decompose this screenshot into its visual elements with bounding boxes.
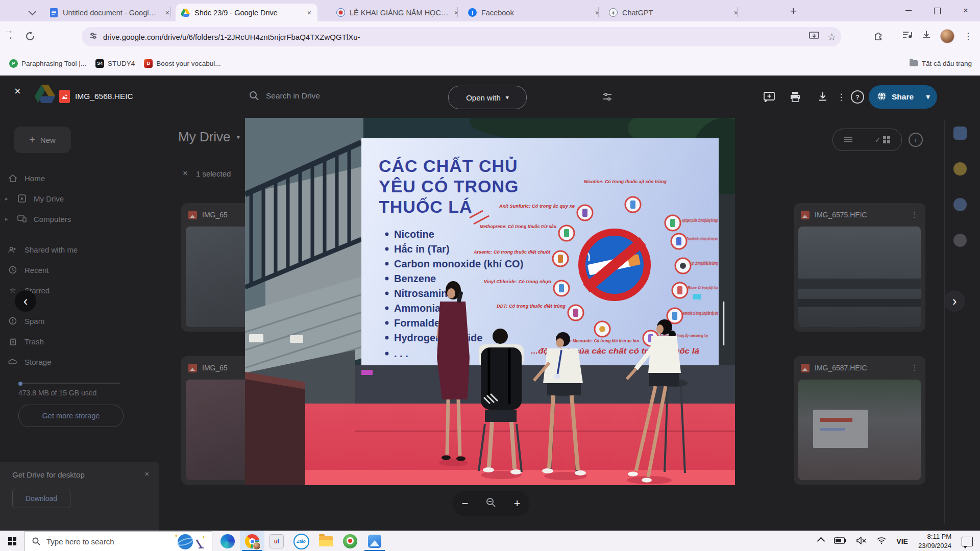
tab-chatgpt[interactable]: ✳ ChatGPT × — [603, 4, 744, 21]
search-filter-icon[interactable] — [596, 86, 619, 108]
sidebar-item-spam[interactable]: Spam — [8, 311, 131, 331]
install-app-icon[interactable] — [809, 31, 819, 42]
photo-preview[interactable]: CÁC CHẤT CHỦ YÊU CÓ TRONG THUỐC LÁ Nicot… — [245, 118, 735, 485]
previous-image-button[interactable]: ‹ — [15, 290, 36, 312]
sidebar-item-recent[interactable]: Recent — [8, 260, 131, 280]
taskbar-photos-active[interactable] — [362, 531, 387, 551]
file-card[interactable]: IMG_6587.HEIC ⋮ — [794, 356, 925, 485]
all-bookmarks-button[interactable]: Tất cả dấu trang — [910, 60, 972, 67]
site-info-icon[interactable] — [89, 31, 98, 42]
language-indicator[interactable]: VIE — [896, 537, 908, 545]
add-comment-icon[interactable] — [758, 86, 780, 108]
taskbar-explorer[interactable] — [313, 531, 338, 551]
new-tab-button[interactable]: + — [790, 5, 797, 18]
drive-new-button[interactable]: + New — [14, 127, 71, 153]
svg-text:Benzene: Benzene — [394, 273, 436, 284]
volume-muted-icon[interactable] — [856, 537, 867, 546]
network-icon[interactable] — [877, 537, 886, 546]
tab-close-icon[interactable]: × — [453, 8, 459, 17]
zoom-in-button[interactable]: + — [514, 497, 521, 510]
svg-text:Ammonia: Ammonia — [394, 303, 441, 314]
bookmark-star-icon[interactable]: ☆ — [827, 31, 836, 43]
clock[interactable]: 8:11 PM 23/09/2024 — [918, 532, 951, 550]
tab-school[interactable]: LỄ KHAI GIẢNG NĂM HỌC MỚI × — [331, 4, 464, 21]
vocab-icon: B — [144, 59, 153, 68]
forward-button[interactable]: → — [0, 21, 17, 39]
bookmark-study4[interactable]: S4 STUDY4 — [95, 59, 135, 68]
sidebar-item-computers[interactable]: ▸ Computers — [8, 209, 131, 229]
share-caret-button[interactable]: ▾ — [919, 92, 937, 102]
print-icon[interactable] — [784, 86, 806, 108]
sidebar-item-home[interactable]: Home — [8, 168, 131, 188]
sidebar-item-shared[interactable]: Shared with me — [8, 239, 131, 260]
expander-icon[interactable]: ▸ — [5, 195, 10, 202]
next-image-button[interactable]: › — [944, 290, 965, 312]
toast-close-icon[interactable]: × — [144, 469, 149, 478]
sidebar-item-storage[interactable]: Storage — [8, 352, 131, 372]
tray-date: 23/09/2024 — [918, 541, 951, 550]
list-view-icon[interactable] — [844, 136, 852, 144]
clear-selection-icon[interactable]: × — [183, 168, 188, 179]
tray-expand-icon[interactable] — [818, 537, 824, 546]
battery-icon[interactable] — [834, 537, 846, 546]
file-card[interactable]: IMG_6575.HEIC ⋮ — [794, 203, 925, 332]
taskbar-unikey[interactable]: ui — [264, 531, 289, 551]
contacts-panel-icon[interactable] — [953, 234, 967, 247]
omnibox[interactable]: drive.google.com/drive/u/6/folders/1-2JR… — [82, 27, 841, 46]
drive-search[interactable]: Search in Drive — [249, 91, 320, 101]
selection-toolbar: × 1 selected — [183, 168, 231, 179]
tab-close-icon[interactable]: × — [306, 8, 312, 17]
media-controls-icon[interactable] — [902, 31, 913, 41]
downloads-icon[interactable] — [922, 31, 931, 42]
zoom-out-button[interactable]: − — [461, 497, 468, 510]
taskbar-coccoc[interactable] — [338, 531, 362, 551]
bookmark-vocab[interactable]: B Boost your vocabul... — [144, 59, 220, 68]
keep-panel-icon[interactable] — [953, 162, 967, 176]
toast-download-button[interactable]: Download — [12, 489, 70, 508]
tab-docs[interactable]: Untitled document - Google Do × — [44, 4, 176, 21]
details-info-icon[interactable]: i — [909, 133, 923, 147]
profile-avatar[interactable] — [940, 29, 954, 43]
grid-view-selected[interactable]: ✓ — [875, 136, 890, 144]
taskbar-edge[interactable] — [215, 531, 240, 551]
more-actions-icon[interactable]: ⋮ — [836, 86, 846, 108]
get-more-storage-button[interactable]: Get more storage — [18, 405, 124, 427]
system-tray: VIE 8:11 PM 23/09/2024 — [818, 531, 980, 551]
drive-desktop-toast: Get Drive for desktop × Download — [0, 462, 159, 531]
tasks-panel-icon[interactable] — [953, 198, 967, 211]
close-preview-icon[interactable]: × — [14, 85, 21, 98]
layout-toggle[interactable]: ✓ — [832, 129, 902, 151]
window-close-button[interactable]: × — [951, 0, 980, 21]
taskbar-zalo[interactable]: Zalo — [289, 531, 313, 551]
sidebar-item-trash[interactable]: Trash — [8, 331, 131, 352]
download-icon[interactable] — [812, 86, 834, 108]
tab-facebook[interactable]: f Facebook × — [462, 4, 605, 21]
taskbar-chrome-active[interactable] — [240, 531, 264, 551]
extensions-icon[interactable] — [873, 30, 884, 42]
window-minimize-button[interactable] — [894, 0, 923, 21]
tab-close-icon[interactable]: × — [164, 8, 170, 17]
url-text[interactable]: drive.google.com/drive/u/6/folders/1-2JR… — [103, 33, 360, 41]
tab-close-icon[interactable]: × — [733, 8, 739, 17]
sidebar-item-my-drive[interactable]: ▸ My Drive — [8, 188, 131, 209]
start-button[interactable] — [0, 531, 24, 551]
help-icon[interactable]: ? — [846, 86, 869, 108]
calendar-panel-icon[interactable] — [953, 127, 967, 140]
search-highlight-art[interactable]: ✦✦ — [168, 533, 209, 551]
tab-close-icon[interactable]: × — [594, 8, 600, 17]
window-maximize-button[interactable] — [923, 0, 951, 21]
spam-icon — [8, 316, 17, 325]
tab-search-icon[interactable] — [30, 7, 35, 16]
bookmark-paraphrasing[interactable]: P Paraphrasing Tool |... — [9, 59, 86, 68]
taskbar-search[interactable]: Type here to search ✦✦ — [24, 531, 212, 551]
tab-drive-active[interactable]: Shdc 23/9 - Google Drive × — [176, 4, 317, 21]
card-menu-icon[interactable]: ⋮ — [911, 363, 918, 372]
search-placeholder: Type here to search — [46, 537, 114, 546]
share-button[interactable]: Share ▾ — [869, 85, 937, 109]
browser-menu-icon[interactable]: ⋮ — [964, 31, 973, 42]
expander-icon[interactable]: ▸ — [5, 216, 10, 222]
reload-button[interactable] — [21, 28, 39, 45]
card-menu-icon[interactable]: ⋮ — [911, 210, 918, 219]
open-with-button[interactable]: Open with ▾ — [448, 86, 527, 109]
notification-center-icon[interactable] — [962, 537, 973, 546]
